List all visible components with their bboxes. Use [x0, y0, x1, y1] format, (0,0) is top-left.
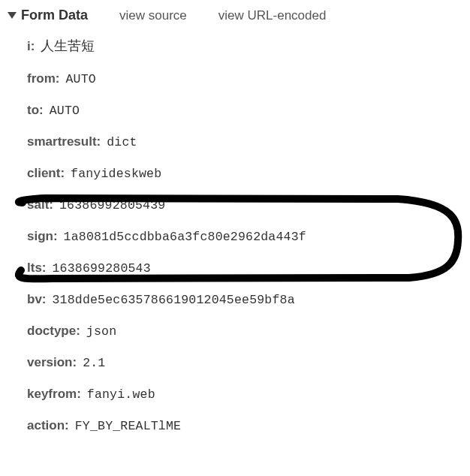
section-title: Form Data — [21, 8, 88, 23]
section-toggle[interactable]: Form Data — [8, 8, 88, 23]
form-data-fields: i:人生苦短from:AUTOto:AUTOsmartresult:dictcl… — [5, 37, 462, 433]
field-value: AUTO — [50, 104, 80, 118]
field-key: doctype: — [27, 324, 80, 339]
field-key: from: — [27, 71, 59, 86]
field-value: 16386992805439 — [59, 198, 165, 212]
form-data-header: Form Data view source view URL-encoded — [5, 8, 462, 23]
field-value: fanyi.web — [87, 387, 155, 402]
field-key: version: — [27, 355, 77, 370]
field-value: AUTO — [65, 72, 95, 86]
field-value: 2.1 — [83, 356, 105, 370]
field-value: dict — [107, 135, 137, 149]
field-key: keyfrom: — [27, 387, 81, 402]
field-key: smartresult: — [27, 134, 101, 149]
field-value: FY_BY_REALTlME — [75, 419, 181, 433]
field-value: json — [86, 324, 116, 339]
field-value: fanyideskweb — [71, 167, 161, 181]
field-row: i:人生苦短 — [27, 37, 462, 55]
field-row: salt:16386992805439 — [27, 197, 462, 212]
field-row: doctype:json — [27, 324, 462, 339]
field-row: smartresult:dict — [27, 134, 462, 149]
field-key: to: — [27, 103, 44, 118]
field-key: i: — [27, 39, 35, 54]
field-value: 人生苦短 — [41, 37, 95, 55]
field-key: client: — [27, 166, 65, 181]
field-key: salt: — [27, 197, 53, 212]
field-value: 318dde5ec635786619012045ee59bf8a — [53, 293, 295, 307]
field-row: lts:1638699280543 — [27, 261, 462, 276]
field-key: sign: — [27, 229, 58, 244]
field-row: action:FY_BY_REALTlME — [27, 418, 462, 433]
expand-collapse-icon — [8, 12, 17, 19]
field-row: sign:1a8081d5ccdbba6a3fc80e2962da443f — [27, 229, 462, 244]
field-key: action: — [27, 418, 69, 433]
field-row: keyfrom:fanyi.web — [27, 387, 462, 402]
field-value: 1638699280543 — [53, 261, 151, 276]
field-row: version:2.1 — [27, 355, 462, 370]
field-row: to:AUTO — [27, 103, 462, 118]
field-key: lts: — [27, 261, 47, 276]
view-url-encoded-link[interactable]: view URL-encoded — [218, 8, 327, 23]
field-row: client:fanyideskweb — [27, 166, 462, 181]
field-key: bv: — [27, 292, 47, 307]
view-source-link[interactable]: view source — [119, 8, 187, 23]
field-value: 1a8081d5ccdbba6a3fc80e2962da443f — [64, 230, 306, 244]
field-row: bv:318dde5ec635786619012045ee59bf8a — [27, 292, 462, 307]
field-row: from:AUTO — [27, 71, 462, 86]
